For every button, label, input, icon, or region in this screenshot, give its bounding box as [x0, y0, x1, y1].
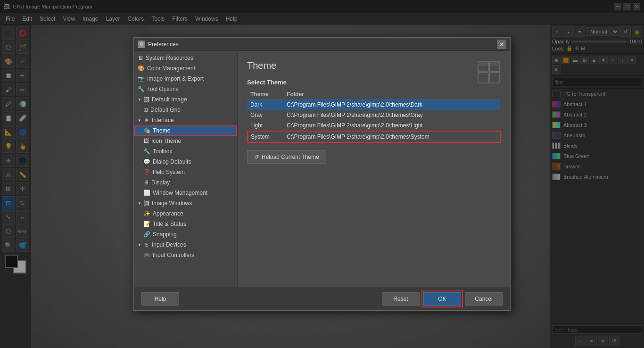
svg-rect-5 — [490, 62, 499, 66]
theme-name-cell: Gray — [248, 110, 284, 120]
theme-folder-cell: C:\Program Files\GIMP 2\share\gimp\2.0\t… — [284, 99, 500, 110]
sidebar-item-theme[interactable]: 🎭Theme — [134, 125, 237, 136]
sidebar-item-label: Title & Status — [153, 221, 186, 227]
dialog-footer: Help Reset OK Cancel — [134, 287, 510, 310]
theme-icon-area — [477, 60, 501, 84]
reload-theme-button[interactable]: ↺ Reload Current Theme — [247, 150, 326, 164]
theme-row[interactable]: GrayC:\Program Files\GIMP 2\share\gimp\2… — [248, 110, 500, 120]
preferences-dialog: ⚙ Preferences ✕ 🖥System Resources🎨Color … — [133, 37, 511, 311]
theme-folder-cell: C:\Program Files\GIMP 2\share\gimp\2.0\t… — [284, 120, 500, 131]
sidebar-item-default-grid[interactable]: ⊞Default Grid — [134, 105, 237, 115]
theme-name-cell: System — [248, 131, 284, 142]
sidebar-item-icon: ⊞ — [143, 107, 148, 113]
sidebar-item-label: Appearance — [153, 210, 183, 217]
sidebar-item-display[interactable]: 🖥Display — [134, 177, 237, 188]
main-section-title: Theme — [247, 60, 501, 71]
dialog-titlebar: ⚙ Preferences ✕ — [134, 38, 510, 51]
sidebar-item-label: Interface — [152, 117, 174, 124]
sidebar-item-help-system[interactable]: ❓Help System — [134, 167, 237, 177]
theme-row[interactable]: DarkC:\Program Files\GIMP 2\share\gimp\2… — [248, 99, 500, 110]
sidebar-item-default-image[interactable]: ▼🖼Default Image — [134, 94, 237, 105]
sidebar-item-icon-theme[interactable]: 🖼Icon Theme — [134, 136, 237, 146]
expand-triangle-icon: ▼ — [138, 98, 141, 102]
cancel-button[interactable]: Cancel — [465, 292, 503, 306]
theme-row[interactable]: LightC:\Program Files\GIMP 2\share\gimp\… — [248, 120, 500, 131]
sidebar-item-label: Input Controllers — [153, 252, 194, 258]
dialog-body: 🖥System Resources🎨Color Management📷Image… — [134, 51, 510, 287]
sidebar-item-label: Toolbox — [153, 148, 172, 155]
expand-triangle-icon: ▼ — [138, 243, 141, 247]
ok-button[interactable]: OK — [423, 292, 461, 306]
preferences-sidebar: 🖥System Resources🎨Color Management📷Image… — [134, 51, 238, 287]
dialog-close-button[interactable]: ✕ — [497, 40, 506, 49]
sidebar-item-window-management[interactable]: ⬜Window Management — [134, 188, 237, 198]
sidebar-item-label: Display — [151, 179, 170, 186]
dialog-overlay: ⚙ Preferences ✕ 🖥System Resources🎨Color … — [0, 0, 644, 348]
theme-icon-svg — [477, 60, 501, 84]
sidebar-item-label: Snapping — [153, 231, 177, 238]
sidebar-item-label: Tool Options — [147, 86, 179, 92]
expand-triangle-icon: ▼ — [138, 201, 141, 206]
theme-table: Theme Folder DarkC:\Program Files\GIMP 2… — [247, 90, 501, 143]
sidebar-item-label: Default Image — [152, 96, 187, 103]
sidebar-item-input-controllers[interactable]: 🎮Input Controllers — [134, 250, 237, 260]
sidebar-item-icon: 🔧 — [143, 148, 150, 155]
sidebar-item-icon: 🖥 — [143, 179, 149, 186]
theme-row[interactable]: SystemC:\Program Files\GIMP 2\share\gimp… — [248, 131, 500, 142]
sidebar-item-label: Image Windows — [152, 200, 192, 207]
sidebar-item-label: Image Import & Export — [147, 75, 204, 82]
theme-name-cell: Dark — [248, 99, 284, 110]
reset-button[interactable]: Reset — [382, 292, 420, 306]
sidebar-item-icon: ❓ — [143, 169, 150, 175]
sidebar-item-color-management[interactable]: 🎨Color Management — [134, 63, 237, 74]
sidebar-item-snapping[interactable]: 🔗Snapping — [134, 229, 237, 240]
sidebar-item-label: Help System — [153, 169, 185, 175]
preferences-main: Theme Select Theme Theme Folder DarkC:\P… — [238, 51, 510, 287]
reload-icon: ↺ — [254, 154, 259, 160]
sidebar-item-tool-options[interactable]: 🔧Tool Options — [134, 84, 237, 94]
sidebar-item-icon: 🎨 — [138, 65, 145, 72]
sidebar-item-icon: 🖼 — [144, 200, 149, 207]
theme-col-folder: Folder — [284, 90, 500, 99]
sidebar-item-label: Dialog Defaults — [153, 158, 191, 165]
sidebar-item-icon: 🖥 — [138, 55, 143, 61]
theme-col-theme: Theme — [248, 90, 284, 99]
expand-triangle-icon: ▼ — [138, 118, 141, 123]
sidebar-item-icon: 💬 — [143, 158, 150, 165]
footer-right-buttons: Reset OK Cancel — [382, 292, 503, 306]
sidebar-item-appearance[interactable]: ✨Appearance — [134, 208, 237, 219]
sidebar-item-icon: 🔗 — [143, 231, 150, 238]
select-theme-label: Select Theme — [247, 79, 501, 86]
theme-folder-cell: C:\Program Files\GIMP 2\share\gimp\2.0\t… — [284, 131, 500, 142]
svg-rect-2 — [478, 73, 488, 83]
sidebar-item-icon: 🔧 — [138, 86, 145, 92]
sidebar-item-title-&-status[interactable]: 📝Title & Status — [134, 219, 237, 229]
sidebar-item-label: Input Devices — [152, 241, 186, 248]
sidebar-item-image-import-&-export[interactable]: 📷Image Import & Export — [134, 74, 237, 84]
sidebar-item-system-resources[interactable]: 🖥System Resources — [134, 53, 237, 63]
theme-name-cell: Light — [248, 120, 284, 131]
sidebar-item-icon: ✨ — [143, 210, 150, 217]
sidebar-item-icon: 🎭 — [143, 127, 150, 134]
sidebar-item-image-windows[interactable]: ▼🖼Image Windows — [134, 198, 237, 208]
sidebar-item-interface[interactable]: ▼🖱Interface — [134, 115, 237, 125]
sidebar-item-input-devices[interactable]: ▼🖱Input Devices — [134, 240, 237, 250]
sidebar-item-icon: 🖱 — [144, 241, 149, 248]
svg-rect-3 — [489, 73, 500, 83]
sidebar-item-icon: 🖼 — [144, 96, 149, 103]
sidebar-item-icon: 📷 — [138, 75, 145, 82]
sidebar-item-icon: 🎮 — [143, 252, 150, 258]
sidebar-item-label: System Resources — [146, 55, 193, 61]
sidebar-item-icon: 🖱 — [144, 117, 149, 124]
sidebar-item-label: Theme — [153, 127, 170, 134]
sidebar-item-toolbox[interactable]: 🔧Toolbox — [134, 146, 237, 157]
sidebar-item-icon: 📝 — [143, 221, 150, 227]
help-button[interactable]: Help — [141, 292, 179, 306]
sidebar-item-label: Window Management — [153, 190, 207, 196]
sidebar-item-label: Color Management — [147, 65, 195, 72]
reload-label: Reload Current Theme — [262, 154, 319, 160]
sidebar-item-label: Icon Theme — [151, 138, 181, 144]
sidebar-item-dialog-defaults[interactable]: 💬Dialog Defaults — [134, 157, 237, 167]
sidebar-item-label: Default Grid — [150, 107, 181, 113]
theme-folder-cell: C:\Program Files\GIMP 2\share\gimp\2.0\t… — [284, 110, 500, 120]
